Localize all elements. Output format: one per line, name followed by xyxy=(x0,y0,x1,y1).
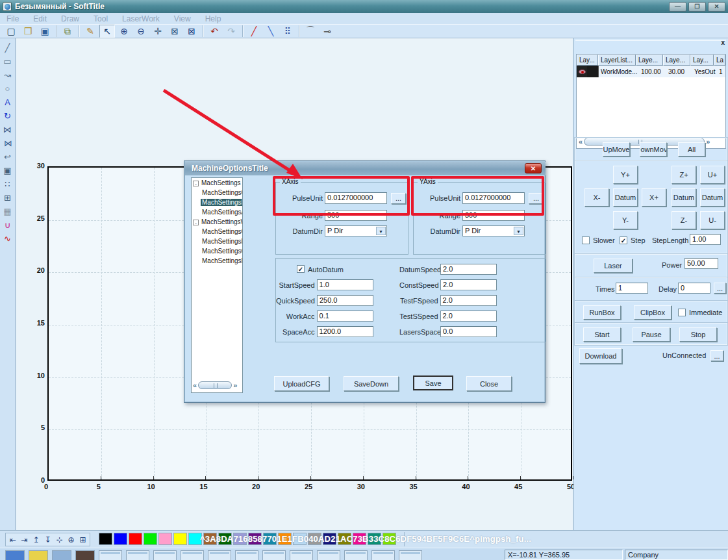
speed-right-datumspeed-input[interactable]: 2.0 xyxy=(440,264,497,275)
jog-y-plus-button[interactable]: Y+ xyxy=(613,166,638,184)
save-icon[interactable]: ▣ xyxy=(37,25,53,38)
save-button[interactable]: Save xyxy=(413,375,453,390)
taskbar-window-thumbnail[interactable] xyxy=(99,550,122,560)
tree-item-machsettingshole[interactable]: MachSettingsHole xyxy=(192,256,242,266)
stop-button[interactable]: Stop xyxy=(679,327,717,342)
yaxis-range-input[interactable]: 300 xyxy=(462,210,525,221)
layer-column-header[interactable]: Laye... xyxy=(663,55,690,66)
close-button[interactable]: ✕ xyxy=(708,2,725,12)
arc-tool-icon[interactable]: ⌒ xyxy=(303,25,318,38)
tree-expander-icon[interactable]: - xyxy=(193,220,199,225)
speed-left-spaceacc-input[interactable]: 1200.0 xyxy=(317,326,373,337)
pause-button[interactable]: Pause xyxy=(633,327,670,342)
taskbar-window-thumbnail[interactable] xyxy=(126,550,149,560)
palette-swatch-red[interactable] xyxy=(129,533,142,545)
crop-tool-icon[interactable]: ▣ xyxy=(1,164,14,177)
tree-expander-icon[interactable]: - xyxy=(193,181,199,186)
layer-column-header[interactable]: LayerList... xyxy=(598,55,636,66)
speed-right-lasersspace-input[interactable]: 0.0 xyxy=(440,326,497,337)
jog-datum-u-button[interactable]: Datum xyxy=(700,188,725,207)
menu-item-edit[interactable]: Edit xyxy=(33,14,47,23)
center-horizontal-button[interactable]: ⊹ xyxy=(54,534,65,545)
taskbar-photo-thumbnail[interactable] xyxy=(5,550,25,560)
download-button[interactable]: Download xyxy=(579,348,622,364)
speed-left-quickspeed-input[interactable]: 250.0 xyxy=(317,295,373,306)
taskbar-window-thumbnail[interactable] xyxy=(371,550,395,560)
taskbar-window-thumbnail[interactable] xyxy=(153,550,177,560)
undo-icon[interactable]: ↶ xyxy=(207,25,222,38)
center-page-button[interactable]: ⊞ xyxy=(77,534,88,545)
palette-swatch-black[interactable] xyxy=(99,533,112,545)
import-file-icon[interactable]: ⧉ xyxy=(60,25,75,38)
array-copy-icon[interactable]: ∷ xyxy=(1,177,14,191)
layer-column-header[interactable]: La xyxy=(714,55,725,66)
chevron-down-icon[interactable]: ▼ xyxy=(514,227,523,235)
dialog-close-button[interactable]: ✕ xyxy=(525,163,542,173)
laser-button[interactable]: Laser xyxy=(594,259,633,273)
open-folder-icon[interactable]: ❒ xyxy=(20,25,36,38)
speed-left-startspeed-input[interactable]: 1.0 xyxy=(317,279,373,290)
align-top-button[interactable]: ↥ xyxy=(31,534,42,545)
yaxis-pulseunit-browse-button[interactable]: ... xyxy=(529,193,544,204)
taskbar-window-thumbnail[interactable] xyxy=(399,550,422,560)
zoom-in-icon[interactable]: ⊕ xyxy=(116,25,132,38)
jog-z-plus-button[interactable]: Z+ xyxy=(672,166,696,184)
speed-right-testsspeed-input[interactable]: 2.0 xyxy=(440,311,497,322)
palette-swatch-green[interactable] xyxy=(144,533,157,545)
menu-item-view[interactable]: View xyxy=(174,14,191,23)
jog-datum-xy-button[interactable]: Datum xyxy=(613,188,638,207)
layer-column-header[interactable]: Lay... xyxy=(577,55,598,66)
text-tool-icon[interactable]: A xyxy=(1,95,14,109)
add-box-icon[interactable]: ⊞ xyxy=(1,191,14,205)
speed-left-workacc-input[interactable]: 0.1 xyxy=(317,311,373,322)
taskbar-window-thumbnail[interactable] xyxy=(208,550,231,560)
jog-datum-z-button[interactable]: Datum xyxy=(672,188,696,207)
taskbar-photo-thumbnail[interactable] xyxy=(75,550,95,560)
polyline-node-icon[interactable]: ╲ xyxy=(263,25,279,38)
autodatum-checkbox[interactable]: ✓ xyxy=(297,265,305,273)
menu-item-laserwork[interactable]: LaserWork xyxy=(122,14,160,23)
redo-icon[interactable]: ↷ xyxy=(223,25,239,38)
tree-item-machsettingsengra[interactable]: MachSettingsEngra xyxy=(192,236,242,246)
xaxis-datumdir-select[interactable]: P Dir▼ xyxy=(325,225,387,236)
delay-more-button[interactable]: ... xyxy=(714,283,726,294)
taskbar-window-thumbnail[interactable] xyxy=(344,550,368,560)
taskbar-window-thumbnail[interactable] xyxy=(181,550,204,560)
tree-scrollbar[interactable]: « » xyxy=(193,380,241,390)
panel-splitter[interactable] xyxy=(575,40,726,46)
view-selected-icon[interactable]: ⊠ xyxy=(184,25,199,38)
jog-u-minus-button[interactable]: U- xyxy=(700,211,725,229)
palette-swatch-yellow[interactable] xyxy=(173,533,187,545)
all-button[interactable]: All xyxy=(678,142,705,157)
times-input[interactable]: 1 xyxy=(616,283,648,294)
minimize-button[interactable]: — xyxy=(669,2,686,12)
speed-right-testfspeed-input[interactable]: 2.0 xyxy=(440,295,497,306)
tree-item-machsettingscut[interactable]: MachSettingsCut xyxy=(192,227,242,236)
step-checkbox[interactable]: ✓ xyxy=(620,236,627,244)
polyline-tool-icon[interactable]: ↝ xyxy=(1,68,14,82)
uploadcfg-button[interactable]: UploadCFG xyxy=(274,376,329,391)
taskbar-window-thumbnail[interactable] xyxy=(317,550,340,560)
taskbar-window-thumbnail[interactable] xyxy=(235,550,258,560)
layer-color-swatch[interactable] xyxy=(587,66,599,77)
jog-z-minus-button[interactable]: Z- xyxy=(672,211,696,229)
layer-visible-cell[interactable] xyxy=(577,66,587,77)
end-line-tool-icon[interactable]: ⊸ xyxy=(320,25,335,38)
paintbrush-icon[interactable]: ✎ xyxy=(82,25,98,38)
menu-item-draw[interactable]: Draw xyxy=(61,14,79,23)
pan-hand-icon[interactable]: ✛ xyxy=(150,25,166,38)
jog-x-minus-button[interactable]: X- xyxy=(584,188,609,207)
ellipse-tool-icon[interactable]: ○ xyxy=(1,82,14,95)
yaxis-pulseunit-input[interactable]: 0.0127000000 xyxy=(462,192,525,204)
runbox-button[interactable]: RunBox xyxy=(583,305,621,320)
speed-right-constspeed-input[interactable]: 2.0 xyxy=(440,279,497,290)
node-edit-icon[interactable]: ↩ xyxy=(1,150,14,164)
tree-item-machsettingsadvan[interactable]: MachSettingsAdvan xyxy=(192,207,242,217)
curve-tool-icon[interactable]: ∿ xyxy=(1,232,14,246)
jog-x-plus-button[interactable]: X+ xyxy=(642,188,666,207)
tree-item-machsettingscard[interactable]: MachSettingsCard xyxy=(192,188,242,197)
tree-item-machsettingsgrade[interactable]: MachSettingsGrade xyxy=(192,246,242,256)
menu-item-tool[interactable]: Tool xyxy=(94,14,108,23)
select-cursor-icon[interactable]: ↖ xyxy=(99,25,115,38)
taskbar-photo-thumbnail[interactable] xyxy=(29,550,48,560)
